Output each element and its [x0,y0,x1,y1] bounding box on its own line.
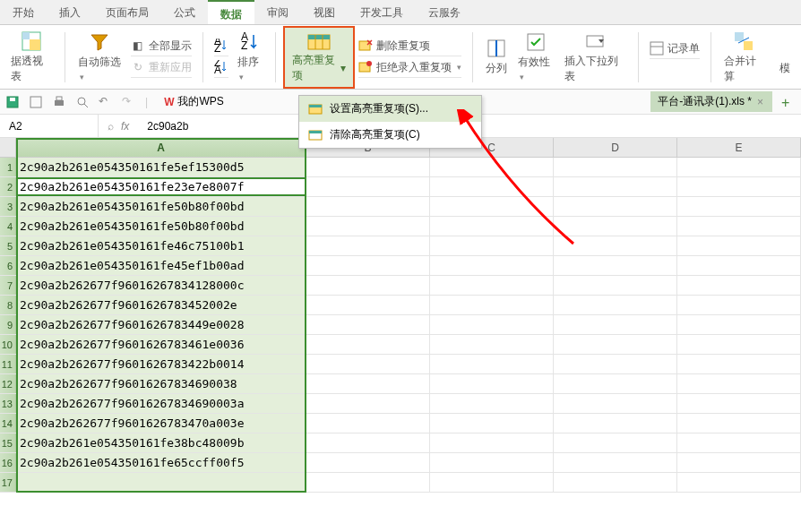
close-icon[interactable]: × [755,96,765,108]
redo-icon[interactable]: ↷ [122,95,136,109]
cell[interactable] [430,335,554,354]
cell[interactable] [430,236,554,255]
save-icon[interactable] [5,95,20,109]
col-header-D[interactable]: D [554,138,677,157]
cell[interactable] [554,315,677,334]
cell[interactable] [306,453,430,472]
record-form-button[interactable]: 记录单 [650,39,700,59]
row-header[interactable]: 2 [0,177,16,196]
cell[interactable] [554,453,677,472]
row-header[interactable]: 11 [0,355,16,373]
validity-button[interactable]: 有效性 [512,28,559,86]
row-header[interactable]: 7 [0,276,16,295]
fx-search-icon[interactable]: ⌕ [108,120,114,133]
cell[interactable] [306,315,430,334]
cell[interactable] [554,433,677,452]
row-header[interactable]: 15 [0,433,16,452]
cell[interactable]: 2c90a2b261e054350161fe5ef15300d5 [16,158,306,176]
cell[interactable] [677,453,801,472]
cell[interactable] [677,433,801,452]
cell[interactable] [554,394,677,413]
cell[interactable] [677,414,801,433]
tab-start[interactable]: 开始 [0,0,47,24]
row-header[interactable]: 1 [0,158,16,176]
cell[interactable] [554,374,677,393]
cell[interactable] [430,374,554,393]
cell[interactable] [306,236,430,255]
remove-duplicates-button[interactable]: 删除重复项 [358,37,461,56]
print-icon[interactable] [52,95,66,109]
cell[interactable] [554,158,677,176]
row-header[interactable]: 3 [0,197,16,216]
tab-view[interactable]: 视图 [301,0,348,24]
reapply-button[interactable]: ↻重新应用 [131,58,192,78]
tab-cloud[interactable]: 云服务 [416,0,473,24]
cell[interactable]: 2c90a2b261e054350161fe38bc48009b [16,433,306,452]
set-highlight-item[interactable]: 设置高亮重复项(S)... [299,96,481,122]
cell[interactable] [16,473,306,492]
sort-button[interactable]: AZ 排序 [232,28,268,86]
cell[interactable] [306,433,430,452]
cell[interactable] [430,217,554,236]
cell[interactable]: 2c90a2b261e054350161fe50b80f00bd [16,217,306,236]
undo-icon[interactable]: ↶ [99,95,113,109]
row-header[interactable]: 6 [0,256,16,275]
row-header[interactable]: 5 [0,236,16,255]
cell[interactable] [677,158,801,176]
cell[interactable] [554,197,677,216]
cell[interactable] [430,453,554,472]
cell[interactable] [430,414,554,433]
sort-asc-button[interactable]: AZ [214,37,228,56]
cell[interactable] [554,473,677,492]
cell[interactable] [306,276,430,295]
cell[interactable] [430,177,554,196]
col-header-A[interactable]: A [16,138,306,157]
cell[interactable] [430,433,554,452]
select-all-corner[interactable] [0,138,16,157]
cell[interactable] [677,355,801,373]
cell[interactable] [430,256,554,275]
row-header[interactable]: 10 [0,335,16,354]
show-all-button[interactable]: ◧全部显示 [131,37,192,56]
pivot-table-button[interactable]: 据透视表 [5,27,57,88]
row-header[interactable]: 8 [0,296,16,314]
cell[interactable] [430,394,554,413]
row-header[interactable]: 4 [0,217,16,236]
row-header[interactable]: 17 [0,473,16,492]
wps-home-tab[interactable]: W 我的WPS [157,91,231,112]
row-header[interactable]: 16 [0,453,16,472]
autofilter-button[interactable]: 自动筛选 [73,28,127,86]
tab-review[interactable]: 审阅 [254,0,301,24]
cell[interactable] [306,296,430,314]
insert-dropdown-button[interactable]: 插入下拉列表 [559,27,631,88]
cell[interactable] [430,315,554,334]
document-tab[interactable]: 平台-通讯录(1).xls * × [650,91,772,112]
new-tab-icon[interactable]: + [781,95,796,109]
cell[interactable] [430,296,554,314]
clear-highlight-item[interactable]: 清除高亮重复项(C) [299,122,481,148]
tab-data[interactable]: 数据 [208,0,254,24]
cell[interactable]: 2c90a2b262677f9601626783461e0036 [16,335,306,354]
cell[interactable]: 2c90a2b262677f96016267834128000c [16,276,306,295]
cell[interactable] [677,197,801,216]
cell[interactable] [306,394,430,413]
cell[interactable] [430,473,554,492]
cell[interactable]: 2c90a2b261e054350161fe45ef1b00ad [16,256,306,275]
cell[interactable] [306,355,430,373]
col-header-E[interactable]: E [677,138,801,157]
cell[interactable]: 2c90a2b262677f9601626783422b0014 [16,355,306,373]
cell[interactable] [430,355,554,373]
cell[interactable] [677,276,801,295]
row-header[interactable]: 12 [0,374,16,393]
cell[interactable] [554,355,677,373]
cell[interactable]: 2c90a2b261e054350161fe65ccff00f5 [16,453,306,472]
cell[interactable] [306,256,430,275]
name-box[interactable]: A2 [0,115,99,137]
cell[interactable] [554,217,677,236]
sort-desc-button[interactable]: ZA [214,58,228,78]
cell[interactable] [677,236,801,255]
tab-formula[interactable]: 公式 [161,0,208,24]
cell[interactable] [677,374,801,393]
cell[interactable]: 2c90a2b262677f9601626783449e0028 [16,315,306,334]
cell[interactable] [677,394,801,413]
